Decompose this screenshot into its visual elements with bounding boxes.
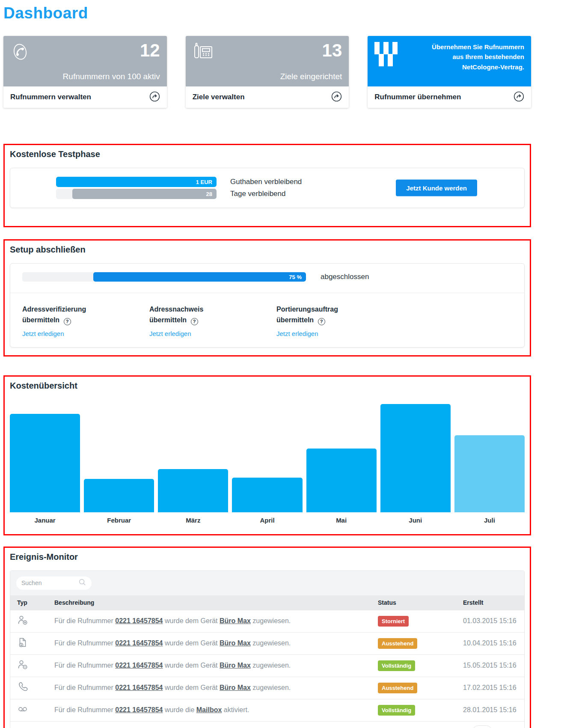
status-badge: Ausstehend: [378, 638, 417, 649]
ziele-verwalten-button[interactable]: Ziele verwalten: [186, 86, 349, 108]
bar-label: Februar: [84, 517, 154, 524]
phone-number-link[interactable]: 0221 16457854: [115, 617, 163, 624]
bar-column: [84, 400, 154, 512]
voicemail-icon: [17, 704, 28, 716]
table-row: Für die Rufnummer 0221 16457854 wurde di…: [10, 699, 524, 721]
guthaben-label: Guthaben verbleibend: [230, 178, 302, 186]
bar-column: [10, 400, 80, 512]
device-link[interactable]: Büro Max: [220, 684, 251, 691]
events-table: Typ Beschreibung Status Erstellt Für die…: [10, 571, 525, 728]
netcologne-logo: [374, 42, 398, 67]
task-link-portierungsauftrag[interactable]: Jetzt erledigen: [276, 330, 318, 337]
col-typ: Typ: [10, 599, 54, 606]
table-row: Für die Rufnummer 0221 16457854 wurde de…: [10, 654, 524, 677]
device-link[interactable]: Büro Max: [220, 662, 251, 669]
jetzt-kunde-werden-button[interactable]: Jetzt Kunde werden: [396, 180, 477, 196]
phone-number-link[interactable]: 0221 16457854: [115, 639, 163, 647]
bar-label: Januar: [10, 517, 80, 524]
tage-label: Tage verbleibend: [230, 190, 285, 198]
desk-phone-icon: [193, 56, 214, 63]
bar-label: Mai: [306, 517, 377, 524]
section-setup: Setup abschließen 75 % abgeschlossen Adr…: [3, 239, 531, 357]
tage-progressbar: 28: [56, 189, 217, 199]
rufnummern-verwalten-button[interactable]: Rufnummern verwalten: [3, 86, 167, 108]
go-arrow-icon[interactable]: [149, 91, 160, 104]
task-portierungsauftrag: Portierungsauftrag übermitteln ? Jetzt e…: [276, 304, 404, 338]
phone-number-link[interactable]: 0221 16457854: [115, 706, 163, 713]
chart-title: Kostenübersicht: [10, 381, 525, 391]
created-timestamp: 15.05.2015 15:16: [463, 662, 524, 669]
bar-Mai: [306, 449, 377, 512]
phone-number-link[interactable]: 0221 16457854: [115, 662, 163, 669]
task-link-adressverifizierung[interactable]: Jetzt erledigen: [22, 330, 64, 337]
phone-icon: [17, 681, 28, 694]
task-adressverifizierung: Adressverifizierung übermitteln ? Jetzt …: [22, 304, 149, 338]
card-rufnummern: 12 Rufnummern von 100 aktiv Rufnummern v…: [3, 36, 167, 108]
ziele-caption: Ziele eingerichtet: [280, 72, 342, 81]
table-header: Typ Beschreibung Status Erstellt: [10, 595, 524, 610]
setup-progressbar: 75 %: [22, 272, 306, 282]
quick-action-cards: 12 Rufnummern von 100 aktiv Rufnummern v…: [3, 36, 531, 108]
guthaben-progressbar: 1 EUR: [56, 177, 217, 187]
events-title: Ereignis-Monitor: [10, 552, 525, 562]
page-title: Dashboard: [3, 4, 531, 22]
user-remove-icon: [17, 659, 28, 672]
phone-number-link[interactable]: 0221 16457854: [115, 684, 163, 691]
status-badge: Vollständig: [378, 660, 415, 671]
bar-column: [158, 400, 228, 512]
rufnummern-caption: Rufnummern von 100 aktiv: [63, 72, 160, 81]
bar-chart: [10, 400, 525, 512]
bar-Juni: [380, 404, 451, 512]
go-arrow-icon[interactable]: [514, 91, 524, 104]
bar-April: [232, 478, 302, 512]
search-box[interactable]: [16, 576, 92, 590]
file-download-icon: [17, 637, 28, 650]
ziele-count: 13: [322, 40, 342, 61]
bar-column: [232, 400, 302, 512]
section-testphase: Kostenlose Testphase 1 EUR Guthaben verb…: [3, 144, 531, 227]
section-kostenuebersicht: Kostenübersicht JanuarFebruarMärzAprilMa…: [3, 375, 531, 535]
mailbox-link[interactable]: Mailbox: [196, 706, 222, 713]
search-input[interactable]: [21, 579, 78, 586]
promo-text: Übernehmen Sie Rufnummern aus Ihrem best…: [428, 42, 524, 72]
table-row: Für die Rufnummer 0221 16457854 wurde de…: [10, 610, 524, 632]
phone-handset-icon: [10, 56, 30, 63]
device-link[interactable]: Büro Max: [220, 617, 251, 624]
section-ereignis-monitor: Ereignis-Monitor Typ Beschreibung Status…: [3, 547, 531, 728]
col-erstellt: Erstellt: [463, 599, 524, 606]
question-icon[interactable]: ?: [64, 318, 71, 325]
task-adressnachweis: Adressnachweis übermitteln ? Jetzt erled…: [149, 304, 276, 338]
bar-Juli: [454, 435, 525, 512]
bar-column: [306, 400, 377, 512]
setup-progress-suffix: abgeschlossen: [321, 273, 369, 281]
search-icon[interactable]: [78, 578, 86, 588]
col-beschreibung: Beschreibung: [54, 599, 378, 606]
pagination-current-page[interactable]: 1: [472, 725, 492, 728]
table-row: Für die Rufnummer 0221 16457854 wurde de…: [10, 632, 524, 654]
question-icon[interactable]: ?: [191, 318, 198, 325]
bar-column: [454, 400, 525, 512]
bar-März: [158, 469, 228, 512]
status-badge: Ausstehend: [378, 683, 417, 693]
created-timestamp: 10.04.2015 15:16: [463, 639, 524, 647]
rufnummern-count: 12: [140, 40, 160, 61]
card-ziele: 13 Ziele eingerichtet Ziele verwalten: [186, 36, 349, 108]
col-status: Status: [378, 599, 463, 606]
card-portierung: Übernehmen Sie Rufnummern aus Ihrem best…: [368, 36, 531, 108]
table-row: Für die Rufnummer 0221 16457854 wurde de…: [10, 677, 524, 699]
go-arrow-icon[interactable]: [331, 91, 342, 104]
bar-chart-labels: JanuarFebruarMärzAprilMaiJuniJuli: [10, 517, 525, 524]
device-link[interactable]: Büro Max: [220, 639, 251, 647]
bar-Januar: [10, 414, 80, 512]
question-icon[interactable]: ?: [318, 318, 325, 325]
status-badge: Storniert: [378, 616, 409, 627]
task-link-adressnachweis[interactable]: Jetzt erledigen: [149, 330, 191, 337]
bar-column: [380, 400, 451, 512]
bar-label: Juni: [380, 517, 451, 524]
bar-label: März: [158, 517, 228, 524]
testphase-title: Kostenlose Testphase: [10, 149, 525, 159]
status-badge: Vollständig: [378, 705, 415, 716]
pagination: Zurück 1 Weiter: [10, 721, 524, 728]
rufnummer-uebernehmen-button[interactable]: Rufnummer übernehmen: [368, 86, 531, 108]
created-timestamp: 28.01.2015 15:16: [463, 706, 524, 714]
